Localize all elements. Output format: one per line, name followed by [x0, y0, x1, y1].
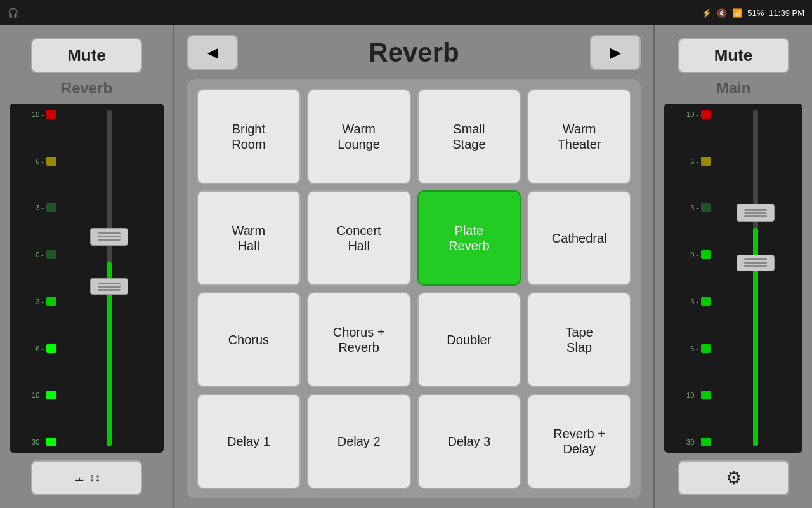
status-bar: 🎧 ⚡ 🔇 📶 51% 11:39 PM — [0, 0, 812, 25]
main-vu-led-green4 — [701, 438, 711, 446]
main-vu-led-red — [701, 110, 711, 119]
battery-level: 51% — [747, 8, 764, 18]
preset-row-2: WarmHall ConcertHall PlateReverb Cathedr… — [197, 190, 631, 286]
main-fader-track — [753, 110, 758, 446]
reverb-eq-button[interactable]: ⫠ ↕↕ — [31, 460, 142, 495]
vu-led-green1 — [46, 297, 56, 306]
vu-row-3b: 3 - — [29, 297, 56, 306]
reverb-title: Reverb — [369, 37, 459, 68]
main-vu-led-green2 — [701, 344, 711, 353]
vu-led-yellow — [46, 157, 56, 166]
reverb-mute-button[interactable]: Mute — [31, 38, 142, 73]
preset-concert-hall[interactable]: ConcertHall — [307, 190, 411, 286]
main-vu-led-green1 — [701, 297, 711, 306]
preset-delay-3[interactable]: Delay 3 — [417, 394, 521, 489]
main-mute-button[interactable]: Mute — [678, 38, 789, 73]
main-vu-led-dkgreen — [701, 203, 711, 212]
main-vu-row-3b: 3 - — [683, 297, 711, 306]
presets-area: BrightRoom WarmLounge SmallStage WarmThe… — [187, 79, 641, 498]
time-display: 11:39 PM — [769, 8, 804, 18]
preset-warm-lounge[interactable]: WarmLounge — [307, 89, 411, 184]
wifi-icon: 📶 — [732, 8, 742, 18]
main-fader-handle1[interactable] — [737, 204, 775, 222]
eq-label: ↕↕ — [89, 471, 101, 485]
vu-led-dkgreen1 — [46, 203, 56, 212]
main-settings-button[interactable]: ⚙ — [678, 460, 789, 495]
vu-row-0: 0 - — [29, 250, 56, 259]
center-panel: ◀ Reverb ▶ BrightRoom WarmLounge SmallSt… — [174, 25, 653, 508]
preset-small-stage[interactable]: SmallStage — [417, 89, 521, 184]
center-top-row: ◀ Reverb ▶ — [187, 35, 641, 70]
preset-delay-2[interactable]: Delay 2 — [307, 394, 411, 489]
vu-led-red — [46, 110, 56, 119]
preset-delay-1[interactable]: Delay 1 — [197, 394, 301, 489]
reverb-mixer: 10 - 6 - 3 - 0 - 3 - — [10, 104, 164, 453]
gear-icon: ⚙ — [726, 467, 742, 488]
preset-warm-theater[interactable]: WarmTheater — [527, 89, 631, 184]
main-vu-row-10b: 10 - — [683, 391, 711, 399]
reverb-fader-handle2[interactable] — [90, 278, 128, 295]
main-mixer: 10 - 6 - 3 - 0 - 3 - — [664, 104, 802, 453]
main-vu-row-6top: 6 - — [683, 157, 711, 166]
right-panel: Mute Main 10 - 6 - 3 - 0 - — [653, 25, 812, 508]
prev-button[interactable]: ◀ — [187, 35, 238, 70]
main-channel-label: Main — [716, 79, 751, 97]
main-vu-row-6b: 6 - — [683, 344, 711, 353]
left-panel: Mute Reverb 10 - 6 - 3 - 0 - — [0, 25, 174, 508]
headphone-icon: 🎧 — [8, 8, 18, 18]
main-fader-container[interactable] — [714, 110, 797, 446]
vu-row-6top: 6 - — [29, 157, 56, 166]
vu-row-10top: 10 - — [29, 110, 56, 119]
preset-row-4: Delay 1 Delay 2 Delay 3 Reverb +Delay — [197, 394, 631, 489]
reverb-fader-handle[interactable] — [90, 228, 128, 246]
preset-plate-reverb[interactable]: PlateReverb — [417, 190, 521, 286]
main-vu-meter: 10 - 6 - 3 - 0 - 3 - — [669, 110, 714, 446]
main-vu-led-green3 — [701, 391, 711, 399]
main-vu-row-0: 0 - — [683, 250, 711, 259]
next-button[interactable]: ▶ — [590, 35, 641, 70]
preset-bright-room[interactable]: BrightRoom — [197, 89, 301, 184]
reverb-channel-label: Reverb — [61, 79, 112, 97]
vu-led-bgreen2 — [46, 391, 56, 399]
vu-row-3: 3 - — [29, 203, 56, 212]
reverb-fader-track — [107, 110, 112, 446]
vu-led-bgreen3 — [46, 438, 56, 446]
main-vu-row-3: 3 - — [683, 203, 711, 212]
preset-chorus[interactable]: Chorus — [197, 292, 301, 387]
vu-led-dkgreen2 — [46, 250, 56, 259]
preset-cathedral[interactable]: Cathedral — [527, 190, 631, 286]
eq-icon: ⫠ — [73, 470, 87, 486]
vu-row-30: 30 - — [29, 438, 56, 446]
reverb-fader-container[interactable] — [59, 110, 159, 446]
preset-warm-hall[interactable]: WarmHall — [197, 190, 301, 286]
reverb-vu-meter: 10 - 6 - 3 - 0 - 3 - — [15, 110, 59, 446]
app: Mute Reverb 10 - 6 - 3 - 0 - — [0, 25, 812, 508]
main-fader-handle2[interactable] — [737, 255, 775, 271]
preset-chorus-reverb[interactable]: Chorus +Reverb — [307, 292, 411, 387]
vu-led-bgreen1 — [46, 344, 56, 353]
vu-row-6b: 6 - — [29, 344, 56, 353]
vu-row-10b: 10 - — [29, 391, 56, 399]
status-right: ⚡ 🔇 📶 51% 11:39 PM — [702, 8, 804, 18]
main-vu-row-10top: 10 - — [683, 110, 711, 119]
main-vu-led-yellow — [701, 157, 711, 166]
bluetooth-icon: ⚡ — [702, 8, 712, 18]
preset-doubler[interactable]: Doubler — [417, 292, 521, 387]
preset-tape-slap[interactable]: TapeSlap — [527, 292, 631, 387]
main-vu-led-green0 — [701, 250, 711, 259]
status-left: 🎧 — [8, 8, 18, 18]
preset-row-3: Chorus Chorus +Reverb Doubler TapeSlap — [197, 292, 631, 387]
main-vu-row-30: 30 - — [683, 438, 711, 446]
preset-reverb-delay[interactable]: Reverb +Delay — [527, 394, 631, 489]
mute-icon: 🔇 — [717, 8, 727, 18]
preset-row-1: BrightRoom WarmLounge SmallStage WarmThe… — [197, 89, 631, 184]
